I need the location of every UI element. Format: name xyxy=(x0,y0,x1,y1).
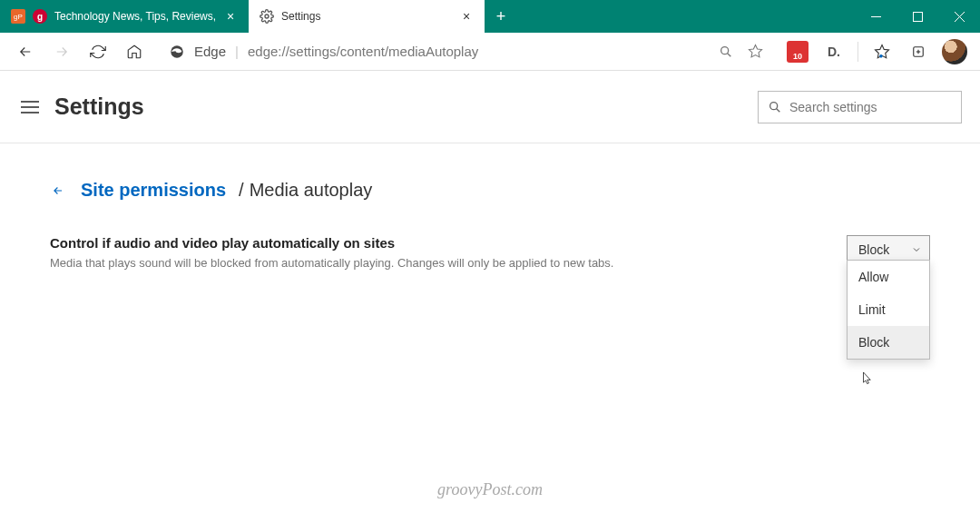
dropdown-option-limit[interactable]: Limit xyxy=(848,293,929,326)
extension-d[interactable]: D. xyxy=(818,35,850,68)
tab-label: Technology News, Tips, Reviews, xyxy=(54,10,216,23)
maximize-button[interactable] xyxy=(897,0,938,33)
tab-technology-news[interactable]: gP g Technology News, Tips, Reviews, × xyxy=(0,0,249,33)
new-tab-button[interactable]: + xyxy=(485,0,517,33)
gear-icon xyxy=(260,9,274,24)
page-title: Settings xyxy=(54,94,144,120)
svg-rect-1 xyxy=(871,16,881,17)
toolbar-divider xyxy=(858,42,858,62)
svg-marker-8 xyxy=(749,44,761,56)
settings-header: Settings Search settings xyxy=(0,71,980,143)
chevron-down-icon xyxy=(911,244,922,255)
favicon-groovypost-icon: gP xyxy=(11,9,25,24)
favorites-bar-icon[interactable]: ● xyxy=(866,35,898,68)
setting-text: Control if audio and video play automati… xyxy=(50,235,847,270)
svg-line-7 xyxy=(728,53,731,56)
minimize-button[interactable] xyxy=(855,0,897,33)
tab-close-icon[interactable]: × xyxy=(459,9,474,24)
breadcrumb: Site permissions / Media autoplay xyxy=(50,180,930,201)
dropdown-option-block[interactable]: Block xyxy=(848,326,929,359)
svg-point-16 xyxy=(770,102,778,109)
profile-avatar[interactable] xyxy=(938,35,971,68)
toolbar: Edge | edge://settings/content/mediaAuto… xyxy=(0,33,980,71)
tab-settings[interactable]: Settings × xyxy=(249,0,485,33)
favicon-g-icon: g xyxy=(33,9,47,24)
search-placeholder: Search settings xyxy=(789,100,877,114)
tab-label: Settings xyxy=(281,10,452,23)
search-icon xyxy=(768,100,782,114)
search-in-page-icon[interactable] xyxy=(719,44,733,59)
settings-content: Site permissions / Media autoplay Contro… xyxy=(0,143,980,306)
addr-separator: | xyxy=(235,44,239,59)
svg-line-17 xyxy=(777,108,780,112)
autoplay-dropdown-menu: Allow Limit Block xyxy=(847,260,930,360)
cursor-icon xyxy=(860,370,873,387)
edge-label: Edge xyxy=(194,44,226,59)
breadcrumb-parent-link[interactable]: Site permissions xyxy=(81,180,226,201)
window-controls xyxy=(855,0,980,33)
forward-button[interactable] xyxy=(45,35,78,68)
refresh-button[interactable] xyxy=(82,35,114,68)
svg-point-6 xyxy=(721,46,729,54)
back-button[interactable] xyxy=(9,35,42,68)
edge-logo-icon xyxy=(169,44,185,60)
titlebar: gP g Technology News, Tips, Reviews, × S… xyxy=(0,0,980,33)
collections-icon[interactable] xyxy=(902,35,935,68)
home-button[interactable] xyxy=(118,35,151,68)
url-text: edge://settings/content/mediaAutoplay xyxy=(248,44,710,59)
search-settings-input[interactable]: Search settings xyxy=(758,91,962,123)
dropdown-option-allow[interactable]: Allow xyxy=(848,261,929,293)
hamburger-menu-icon[interactable] xyxy=(18,95,42,119)
setting-description: Media that plays sound will be blocked f… xyxy=(50,256,847,270)
close-window-button[interactable] xyxy=(938,0,980,33)
extension-lastpass[interactable]: 10 xyxy=(781,35,814,68)
tab-close-icon[interactable]: × xyxy=(223,9,238,24)
media-autoplay-setting-row: Control if audio and video play automati… xyxy=(50,235,930,270)
svg-rect-2 xyxy=(913,12,922,21)
address-bar[interactable]: Edge | edge://settings/content/mediaAuto… xyxy=(160,37,772,66)
dropdown-selected: Block xyxy=(858,242,889,257)
favorite-star-icon[interactable] xyxy=(748,44,763,59)
setting-label: Control if audio and video play automati… xyxy=(50,235,847,251)
breadcrumb-separator: / xyxy=(239,180,244,201)
watermark: groovyPost.com xyxy=(437,480,543,499)
svg-point-0 xyxy=(265,15,269,18)
breadcrumb-back-icon[interactable] xyxy=(50,184,68,197)
breadcrumb-current: Media autoplay xyxy=(250,180,373,201)
